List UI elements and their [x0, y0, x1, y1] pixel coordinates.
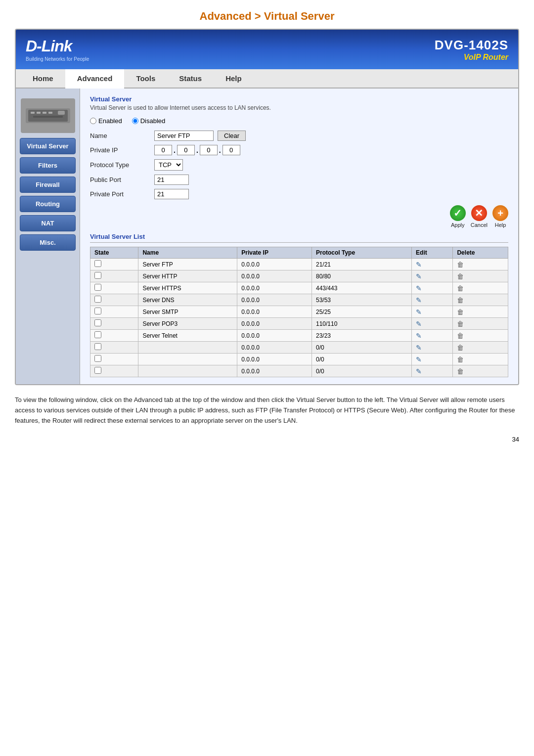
edit-icon[interactable]: ✎ — [416, 308, 422, 316]
table-row: 0.0.0.00/0✎🗑 — [90, 354, 508, 365]
svg-rect-6 — [58, 111, 65, 115]
row-state-cell — [90, 318, 138, 330]
clear-button[interactable]: Clear — [218, 131, 246, 141]
cancel-button[interactable]: ✕ Cancel — [471, 205, 488, 228]
delete-icon[interactable]: 🗑 — [457, 308, 464, 316]
apply-icon: ✓ — [450, 205, 466, 221]
row-protocol-type: 0/0 — [312, 365, 411, 377]
edit-icon[interactable]: ✎ — [416, 332, 422, 340]
edit-icon[interactable]: ✎ — [416, 320, 422, 328]
row-checkbox[interactable] — [94, 308, 101, 314]
row-name: Server FTP — [138, 259, 237, 270]
logo-area: D-Link Building Networks for People — [26, 37, 89, 62]
col-delete: Delete — [453, 247, 508, 259]
ip-octet4[interactable] — [222, 145, 240, 155]
row-delete-cell: 🗑 — [453, 294, 508, 306]
delete-icon[interactable]: 🗑 — [457, 367, 464, 375]
content-section-desc: Virtual Server is used to allow Internet… — [90, 104, 508, 111]
edit-icon[interactable]: ✎ — [416, 261, 422, 268]
sidebar-item-filters[interactable]: Filters — [20, 157, 76, 174]
row-checkbox[interactable] — [94, 319, 101, 326]
row-checkbox[interactable] — [94, 343, 101, 350]
ip-octet2[interactable] — [177, 145, 195, 155]
row-private-ip: 0.0.0.0 — [237, 294, 312, 306]
dlink-logo: D-Link — [26, 37, 89, 55]
sidebar-item-virtual-server[interactable]: Virtual Server — [20, 138, 76, 154]
public-port-row: Public Port — [90, 175, 508, 185]
delete-icon[interactable]: 🗑 — [457, 261, 464, 268]
row-protocol-type: 0/0 — [312, 342, 411, 354]
row-private-ip: 0.0.0.0 — [237, 365, 312, 377]
nav-help[interactable]: Help — [214, 69, 254, 88]
row-checkbox[interactable] — [94, 260, 101, 267]
delete-icon[interactable]: 🗑 — [457, 356, 464, 363]
row-delete-cell: 🗑 — [453, 282, 508, 294]
protocol-select[interactable]: TCP UDP Both — [154, 159, 183, 171]
edit-icon[interactable]: ✎ — [416, 284, 422, 292]
row-private-ip: 0.0.0.0 — [237, 282, 312, 294]
delete-icon[interactable]: 🗑 — [457, 344, 464, 352]
row-protocol-type: 23/23 — [312, 330, 411, 342]
col-name: Name — [138, 247, 237, 259]
delete-icon[interactable]: 🗑 — [457, 272, 464, 280]
row-edit-cell: ✎ — [412, 294, 453, 306]
edit-icon[interactable]: ✎ — [416, 367, 422, 375]
row-protocol-type: 80/80 — [312, 270, 411, 282]
public-port-input[interactable] — [154, 175, 189, 185]
row-delete-cell: 🗑 — [453, 259, 508, 270]
edit-icon[interactable]: ✎ — [416, 272, 422, 280]
disabled-radio[interactable] — [132, 118, 138, 124]
enable-disable-row: Enabled Disabled — [90, 117, 508, 125]
sidebar-item-nat[interactable]: NAT — [20, 215, 76, 231]
delete-icon[interactable]: 🗑 — [457, 284, 464, 292]
help-button[interactable]: + Help — [492, 205, 508, 228]
row-protocol-type: 53/53 — [312, 294, 411, 306]
enabled-radio[interactable] — [90, 118, 96, 124]
enabled-label[interactable]: Enabled — [90, 117, 122, 125]
public-port-label: Public Port — [90, 176, 154, 183]
disabled-label[interactable]: Disabled — [132, 117, 166, 125]
delete-icon[interactable]: 🗑 — [457, 296, 464, 304]
svg-rect-3 — [37, 112, 41, 114]
edit-icon[interactable]: ✎ — [416, 356, 422, 363]
row-checkbox[interactable] — [94, 284, 101, 291]
row-checkbox[interactable] — [94, 355, 101, 362]
row-checkbox[interactable] — [94, 296, 101, 303]
private-port-input[interactable] — [154, 189, 189, 199]
nav-advanced[interactable]: Advanced — [65, 69, 125, 89]
row-protocol-type: 0/0 — [312, 354, 411, 365]
content-section-title: Virtual Server — [90, 95, 508, 103]
nav-tools[interactable]: Tools — [124, 69, 167, 88]
row-checkbox[interactable] — [94, 331, 101, 338]
row-state-cell — [90, 282, 138, 294]
row-delete-cell: 🗑 — [453, 306, 508, 318]
row-edit-cell: ✎ — [412, 365, 453, 377]
help-label: Help — [495, 222, 506, 228]
apply-button[interactable]: ✓ Apply — [450, 205, 466, 228]
page-number: 34 — [15, 436, 519, 443]
action-row: ✓ Apply ✕ Cancel + Help — [90, 205, 508, 228]
name-input[interactable] — [154, 131, 214, 141]
nav-home[interactable]: Home — [21, 69, 65, 88]
delete-icon[interactable]: 🗑 — [457, 332, 464, 340]
edit-icon[interactable]: ✎ — [416, 296, 422, 304]
protocol-type-label: Protocol Type — [90, 161, 154, 169]
row-edit-cell: ✎ — [412, 342, 453, 354]
row-edit-cell: ✎ — [412, 318, 453, 330]
edit-icon[interactable]: ✎ — [416, 344, 422, 352]
ip-octet1[interactable] — [154, 145, 172, 155]
table-row: Server Telnet0.0.0.023/23✎🗑 — [90, 330, 508, 342]
row-state-cell — [90, 306, 138, 318]
sidebar-item-misc[interactable]: Misc. — [20, 234, 76, 251]
ip-octet3[interactable] — [200, 145, 218, 155]
row-name — [138, 354, 237, 365]
sidebar-item-firewall[interactable]: Firewall — [20, 177, 76, 193]
delete-icon[interactable]: 🗑 — [457, 320, 464, 328]
row-edit-cell: ✎ — [412, 259, 453, 270]
table-row: Server HTTPS0.0.0.0443/443✎🗑 — [90, 282, 508, 294]
sidebar-item-routing[interactable]: Routing — [20, 196, 76, 212]
row-checkbox[interactable] — [94, 272, 101, 279]
row-checkbox[interactable] — [94, 367, 101, 374]
sidebar: Virtual Server Filters Firewall Routing … — [16, 89, 80, 384]
nav-status[interactable]: Status — [167, 69, 214, 88]
